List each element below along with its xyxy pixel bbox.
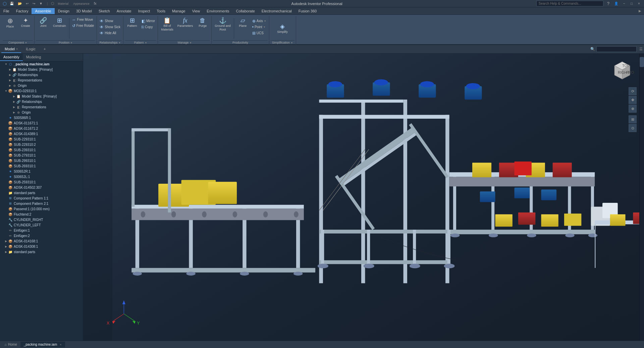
tree-sub-229310-2[interactable]: ▶ 📦 SUB-229310:2 (0, 142, 83, 147)
tree-representations-1[interactable]: ▶ ◧ Representations (0, 77, 83, 83)
constrain-button[interactable]: ⊞ Constrain (51, 17, 68, 28)
menu-collaborate[interactable]: Collaborate (233, 8, 258, 14)
help-icon[interactable]: ? (606, 1, 610, 6)
origin-toggle-1[interactable]: ▶ (8, 83, 12, 88)
free-rotate-button[interactable]: ↺ Free Rotate (71, 23, 96, 28)
sidebar-tab-assembly[interactable]: Assembly (0, 54, 23, 61)
tab-add[interactable]: + (40, 46, 49, 53)
scrollbar-thumb[interactable] (640, 57, 644, 67)
zoom-all-button[interactable]: ⊞ (629, 115, 637, 123)
tree-einfuegen-1[interactable]: ▶ ✏ Einfügen:1 (0, 228, 83, 233)
menu-3dmodel[interactable]: 3D Model (73, 8, 95, 14)
a168-toggle[interactable]: ▶ (4, 239, 8, 243)
close-button[interactable]: × (637, 1, 641, 6)
place-button[interactable]: ⊕ Place (3, 17, 17, 29)
menu-factory[interactable]: Factory (13, 8, 32, 14)
purge-button[interactable]: 🗑 Purge (195, 17, 210, 28)
model-states-toggle[interactable]: ▶ (8, 67, 12, 71)
model-states-sub-toggle[interactable]: ▶ (12, 94, 16, 98)
zoom-button[interactable]: ⊕ (629, 105, 637, 113)
tree-fluchtend[interactable]: ▶ 📦 Fluchtend:2 (0, 212, 83, 217)
expand-icon[interactable]: ▶ (639, 9, 641, 13)
search-input[interactable] (536, 1, 603, 6)
tree-sub-259310[interactable]: ▶ 📦 SUB-259310:1 (0, 179, 83, 185)
ucs-button[interactable]: ⊞ UCS (251, 30, 268, 36)
sidebar-tab-modeling[interactable]: Modeling (23, 54, 45, 61)
tree-s00652r[interactable]: ▶ ■ S00652R:1 (0, 169, 83, 174)
tree-relationships-1[interactable]: ▶ 🔗 Relationships (0, 72, 83, 77)
tree-comp-pattern-2[interactable]: ▶ ⊞ Component Pattern 2:1 (0, 201, 83, 206)
viewport[interactable]: X Y TOP (83, 54, 639, 341)
tree-comp-pattern-1[interactable]: ▶ ⊞ Component Pattern 1:1 (0, 195, 83, 201)
root-toggle[interactable]: ▼ (4, 62, 8, 66)
tree-einfuegen-2[interactable]: ▶ ✏ Einfügen:2 (0, 233, 83, 238)
point-button[interactable]: • Point ▼ (251, 24, 268, 30)
right-scrollbar[interactable] (639, 54, 644, 341)
maximize-button[interactable]: □ (629, 1, 634, 6)
tree-origin-1[interactable]: ▶ ⊕ Origin (0, 83, 83, 88)
sp2-toggle[interactable]: ▶ (4, 250, 8, 254)
menu-design[interactable]: Design (55, 8, 73, 14)
a308-toggle[interactable]: ▶ (4, 244, 8, 248)
simplify-button[interactable]: ◈ Simplify (275, 23, 290, 35)
quick-more[interactable]: ▼ (38, 1, 44, 6)
mirror-button[interactable]: ◧ Mirror (140, 18, 156, 24)
menu-electromechanical[interactable]: Electromechanical (258, 8, 295, 14)
mod-toggle[interactable]: ▼ (4, 89, 8, 93)
tab-ilogic[interactable]: iLogic (22, 46, 39, 53)
pan-button[interactable]: ✥ (629, 96, 637, 104)
formula-btn[interactable]: fx (93, 1, 98, 6)
bom-button[interactable]: 📋 Bill ofMaterials (159, 17, 175, 32)
tab-model[interactable]: Model × (1, 46, 21, 53)
ground-root-button[interactable]: ⚓ Ground andRoot (213, 17, 232, 32)
look-at-button[interactable]: ⊙ (629, 124, 637, 132)
tree-standard-parts-1[interactable]: ▶ 📁 standard parts (0, 190, 83, 195)
quick-redo[interactable]: ↪ (32, 1, 36, 6)
tree-origin-sub[interactable]: ▶ ⊕ Origin (0, 110, 83, 115)
tree-mod-029310[interactable]: ▼ 📦 MOD-029310:1 (0, 88, 83, 94)
bottom-tab-file[interactable]: _packing machine.iam × (20, 342, 65, 347)
tree-standard-parts-2[interactable]: ▶ 📁 standard parts (0, 249, 83, 254)
show-button[interactable]: 👁 Show (98, 18, 122, 24)
tree-model-states-sub[interactable]: ▶ 📋 Model States: [Primary] (0, 94, 83, 99)
tree-sub-279310[interactable]: ▶ 📦 SUB-279310:1 (0, 153, 83, 158)
representations-sub-toggle[interactable]: ▶ (12, 105, 16, 109)
quick-save[interactable]: 💾 (9, 1, 15, 6)
tree-sub-229310-1[interactable]: ▶ 📦 SUB-229310:1 (0, 136, 83, 142)
parameters-button[interactable]: fx Parameters (176, 17, 195, 28)
axis-button[interactable]: ⊕ Axis ▼ (251, 18, 268, 24)
menu-annotate[interactable]: Annotate (113, 8, 135, 14)
file-tab-close[interactable]: × (60, 343, 61, 346)
tree-relationships-sub[interactable]: ▶ 🔗 Relationships (0, 99, 83, 104)
pattern-button[interactable]: ⊞ Pattern (125, 17, 140, 28)
minimize-button[interactable]: − (622, 1, 627, 6)
tree-model-states[interactable]: ▶ 📋 Model States: [Primary] (0, 67, 83, 72)
quick-undo[interactable]: ↩ (25, 1, 30, 6)
tree-adsk-014168[interactable]: ▶ 📦 ADSK-014168:1 (0, 238, 83, 244)
tree-s00s86r[interactable]: ▶ ■ S00S86R:1 (0, 115, 83, 120)
filter-search-input[interactable] (596, 46, 637, 52)
menu-view[interactable]: View (189, 8, 204, 14)
tree-passend[interactable]: ▶ 📦 Passend:1 (10.000 mm) (0, 206, 83, 212)
menu-environments[interactable]: Environments (203, 8, 232, 14)
tree-adsk-011671-1[interactable]: ▶ 📦 ADSK-011671:1 (0, 120, 83, 126)
bottom-tab-home[interactable]: ⌂ Home (1, 342, 20, 347)
tree-representations-sub[interactable]: ▶ ◧ Representations (0, 104, 83, 110)
tree-sub-299310[interactable]: ▶ 📦 SUB-299310:1 (0, 158, 83, 163)
tree-adsk-014308[interactable]: ▶ 📦 ADSK-014308:1 (0, 244, 83, 249)
joint-button[interactable]: 🔗 Joint (36, 17, 51, 28)
tab-model-close[interactable]: × (16, 47, 18, 51)
menu-fusion360[interactable]: Fusion 360 (295, 8, 320, 14)
quick-open[interactable]: 📂 (17, 1, 23, 6)
tree-adsk-011671-2[interactable]: ▶ 📦 ADSK-011671:2 (0, 126, 83, 131)
tree-adsk-014502[interactable]: ▶ 📦 ADSK-014502:307 (0, 185, 83, 190)
tree-s00652l[interactable]: ▶ ■ S00652L:1 (0, 174, 83, 179)
menu-inspect[interactable]: Inspect (135, 8, 153, 14)
tree-cylinder-left[interactable]: ▶ 🔧 CYLINDER_LEFT (0, 222, 83, 228)
relationships-toggle-1[interactable]: ▶ (8, 73, 12, 77)
tree-root[interactable]: ▼ ⬡ _packing machine.iam (0, 61, 83, 67)
menu-sketch[interactable]: Sketch (95, 8, 113, 14)
copy-button[interactable]: ⎘ Copy (140, 24, 156, 30)
origin-sub-toggle[interactable]: ▶ (12, 110, 16, 114)
create-button[interactable]: ✦ Create (18, 17, 33, 28)
